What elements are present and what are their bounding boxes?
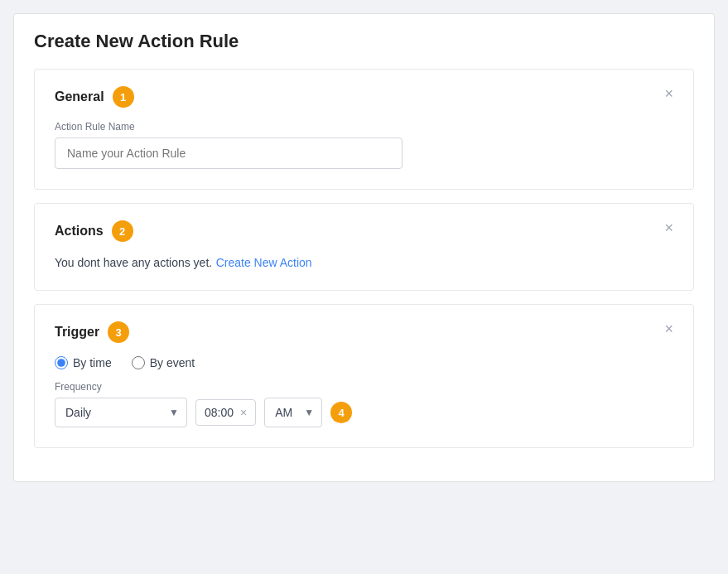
time-value: 08:00 xyxy=(205,406,234,419)
no-actions-text: You dont have any actions yet. xyxy=(55,256,212,269)
create-new-action-link[interactable]: Create New Action xyxy=(216,256,312,269)
by-time-text: By time xyxy=(73,356,112,369)
trigger-title: Trigger xyxy=(55,325,99,340)
general-section: General 1 × Action Rule Name xyxy=(34,69,694,190)
action-rule-name-label: Action Rule Name xyxy=(55,121,673,133)
by-event-text: By event xyxy=(150,356,195,369)
step-badge-1: 1 xyxy=(113,86,134,108)
general-close-button[interactable]: × xyxy=(661,84,677,103)
by-time-radio[interactable] xyxy=(55,356,68,369)
trigger-radio-group: By time By event xyxy=(55,356,673,369)
actions-close-button[interactable]: × xyxy=(661,219,677,237)
frequency-select[interactable]: Daily Weekly Monthly xyxy=(55,398,187,427)
trigger-section: Trigger 3 × By time By event Frequency D… xyxy=(34,304,694,448)
step-badge-4: 4 xyxy=(330,402,352,423)
frequency-label: Frequency xyxy=(55,381,673,393)
general-header: General 1 xyxy=(55,86,673,108)
ampm-select[interactable]: AM PM xyxy=(264,398,322,427)
page-title: Create New Action Rule xyxy=(34,31,694,52)
actions-section: Actions 2 × You dont have any actions ye… xyxy=(34,203,694,291)
ampm-select-wrapper: AM PM ▼ xyxy=(264,398,322,427)
action-rule-name-field: Action Rule Name xyxy=(55,121,673,169)
step-badge-2: 2 xyxy=(112,220,133,242)
no-actions-message: You dont have any actions yet. Create Ne… xyxy=(55,255,673,270)
action-rule-name-input[interactable] xyxy=(55,137,403,169)
time-clear-button[interactable]: × xyxy=(240,407,247,418)
trigger-controls-row: Daily Weekly Monthly ▼ 08:00 × AM PM ▼ 4 xyxy=(55,398,673,427)
frequency-select-wrapper: Daily Weekly Monthly ▼ xyxy=(55,398,187,427)
actions-title: Actions xyxy=(55,224,104,239)
by-event-label[interactable]: By event xyxy=(132,356,195,369)
time-input-wrapper: 08:00 × xyxy=(195,399,256,426)
by-event-radio[interactable] xyxy=(132,356,145,369)
step-badge-3: 3 xyxy=(108,321,129,343)
actions-header: Actions 2 xyxy=(55,220,673,242)
by-time-label[interactable]: By time xyxy=(55,356,112,369)
page-container: Create New Action Rule General 1 × Actio… xyxy=(13,13,715,482)
trigger-close-button[interactable]: × xyxy=(661,320,677,338)
general-title: General xyxy=(55,89,104,104)
trigger-header: Trigger 3 xyxy=(55,321,673,343)
